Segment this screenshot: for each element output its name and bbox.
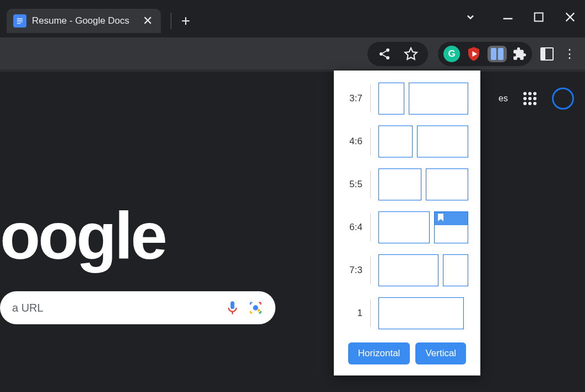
- google-search-box[interactable]: a URL: [0, 291, 275, 324]
- close-window-button[interactable]: [564, 11, 576, 25]
- dualless-icon: [491, 48, 503, 60]
- pane-right: [443, 254, 469, 286]
- account-avatar[interactable]: [552, 88, 574, 110]
- pane-left: [378, 126, 413, 157]
- ratio-separator: [370, 300, 371, 327]
- svg-point-14: [258, 309, 261, 312]
- horizontal-button[interactable]: Horizontal: [348, 342, 410, 364]
- browser-toolbar: G ⋮: [0, 37, 585, 70]
- extensions-button[interactable]: [512, 47, 527, 61]
- titlebar: Resume - Google Docs ✕ +: [0, 0, 585, 37]
- svg-point-10: [386, 56, 389, 59]
- svg-rect-2: [17, 21, 23, 22]
- vertical-button[interactable]: Vertical: [415, 342, 466, 364]
- ratio-preview: [378, 126, 469, 157]
- ratio-option-3-7[interactable]: 3:7: [345, 77, 469, 120]
- svg-rect-0: [17, 18, 23, 19]
- pane-left: [378, 254, 438, 286]
- tab-title: Resume - Google Docs: [32, 15, 136, 26]
- ratio-preview: [378, 211, 469, 243]
- bookmark-star-icon[interactable]: [404, 47, 418, 61]
- pane-left: [378, 211, 430, 243]
- ratio-option-7-3[interactable]: 7:3: [345, 249, 469, 292]
- docs-icon: [13, 14, 26, 28]
- svg-rect-1: [17, 20, 23, 20]
- google-header-right: es: [499, 88, 574, 110]
- tab-close-button[interactable]: ✕: [141, 14, 154, 28]
- ratio-separator: [370, 257, 371, 284]
- ratio-label: 5:5: [345, 179, 362, 190]
- omnibox-actions: [367, 42, 428, 66]
- browser-tab[interactable]: Resume - Google Docs ✕: [7, 9, 161, 33]
- share-icon[interactable]: [377, 47, 392, 61]
- ratio-option-5-5[interactable]: 5:5: [345, 163, 469, 206]
- dualless-extension[interactable]: [488, 46, 507, 62]
- extensions-group: G: [438, 42, 532, 66]
- pane-right: [426, 168, 469, 200]
- ratio-separator: [370, 214, 371, 241]
- svg-point-13: [253, 305, 258, 310]
- pane-left: [378, 168, 421, 200]
- youtube-blocker-extension[interactable]: [465, 46, 482, 62]
- sidepanel-button[interactable]: [540, 47, 554, 61]
- ratio-option-1[interactable]: 1: [345, 292, 469, 335]
- ratio-separator: [370, 85, 371, 112]
- pane-right: [417, 126, 468, 157]
- new-tab-button[interactable]: +: [181, 12, 190, 30]
- svg-point-9: [380, 52, 383, 56]
- ratio-preview: [378, 297, 469, 329]
- tab-separator: [171, 13, 171, 29]
- images-link-fragment[interactable]: es: [499, 94, 508, 104]
- voice-search-icon[interactable]: [225, 300, 240, 315]
- sidepanel-icon: [540, 47, 554, 61]
- ratio-label: 7:3: [345, 265, 362, 276]
- ratio-option-4-6[interactable]: 4:6: [345, 120, 469, 163]
- pane-left: [378, 297, 464, 329]
- popup-buttons: Horizontal Vertical: [345, 342, 469, 364]
- google-lens-icon[interactable]: [248, 300, 263, 315]
- minimize-button[interactable]: [502, 12, 513, 25]
- pane-right: [434, 211, 468, 243]
- svg-rect-4: [503, 18, 513, 20]
- svg-rect-3: [17, 23, 21, 24]
- pane-left: [378, 83, 404, 115]
- grammarly-extension[interactable]: G: [443, 46, 460, 62]
- search-placeholder: a URL: [12, 302, 217, 314]
- ratio-separator: [370, 128, 371, 155]
- chrome-menu-button[interactable]: ⋮: [563, 47, 577, 61]
- pane-right: [409, 83, 469, 115]
- page-content: es oogle a URL: [0, 70, 585, 392]
- ratio-label: 1: [345, 308, 362, 319]
- ratio-label: 6:4: [345, 222, 362, 233]
- svg-rect-5: [535, 13, 543, 21]
- ratio-label: 4:6: [345, 136, 362, 147]
- ratio-option-6-4[interactable]: 6:4: [345, 206, 469, 249]
- ratio-separator: [370, 171, 371, 198]
- ratio-label: 3:7: [345, 93, 362, 104]
- tab-search-button[interactable]: [465, 12, 476, 25]
- ratio-preview: [378, 168, 469, 200]
- google-apps-button[interactable]: [523, 92, 537, 105]
- svg-marker-11: [405, 48, 417, 59]
- maximize-button[interactable]: [533, 12, 544, 25]
- ratio-preview: [378, 254, 469, 286]
- dualless-popup: 3:74:65:56:47:31 Horizontal Vertical: [334, 70, 480, 375]
- window-controls: [465, 11, 576, 25]
- google-logo-fragment: oogle: [0, 198, 165, 274]
- ratio-preview: [378, 83, 469, 115]
- svg-point-8: [386, 48, 389, 52]
